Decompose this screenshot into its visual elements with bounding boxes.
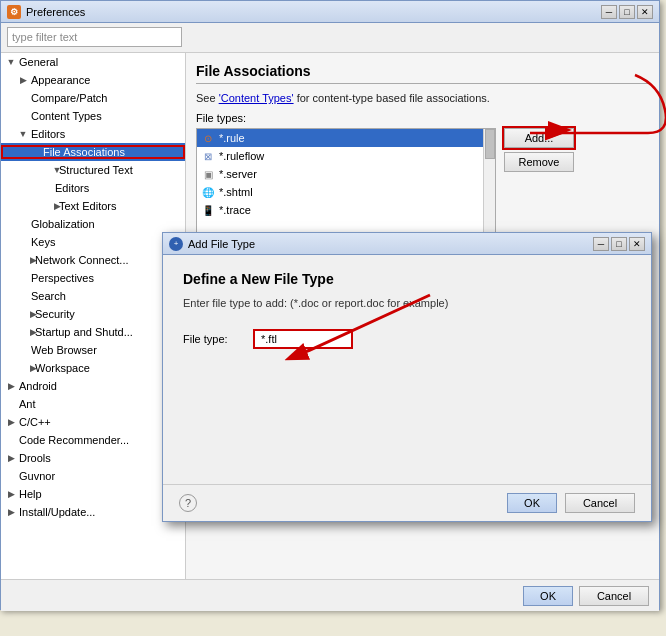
file-type-label: File type: bbox=[183, 333, 243, 345]
tree-item-editors[interactable]: ▼ Editors bbox=[1, 125, 185, 143]
modal-close-button[interactable]: ✕ bbox=[629, 237, 645, 251]
tree-item-android[interactable]: ▶ Android bbox=[1, 377, 185, 395]
tree-label-search: Search bbox=[29, 290, 66, 302]
tree-label-drools: Drools bbox=[17, 452, 51, 464]
tree-item-installupdate[interactable]: ▶ Install/Update... bbox=[1, 503, 185, 521]
tree-label-comparepatch: Compare/Patch bbox=[29, 92, 107, 104]
tree-label-perspectives: Perspectives bbox=[29, 272, 94, 284]
expand-structuredtext[interactable]: ▼ bbox=[29, 164, 57, 176]
tree-item-workspace[interactable]: ▶ Workspace bbox=[1, 359, 185, 377]
tree-item-contenttypes[interactable]: Content Types bbox=[1, 107, 185, 125]
tree-item-guvnor[interactable]: Guvnor bbox=[1, 467, 185, 485]
expand-startup[interactable]: ▶ bbox=[17, 326, 33, 338]
cancel-button[interactable]: Cancel bbox=[579, 586, 649, 606]
filter-input[interactable] bbox=[7, 27, 182, 47]
expand-general[interactable]: ▼ bbox=[5, 56, 17, 68]
file-name-server: *.server bbox=[219, 168, 257, 180]
tree-label-general: General bbox=[17, 56, 58, 68]
modal-ok-button[interactable]: OK bbox=[507, 493, 557, 513]
tree-item-networkconnections[interactable]: ▶ Network Connect... bbox=[1, 251, 185, 269]
title-bar: ⚙ Preferences ─ □ ✕ bbox=[1, 1, 659, 23]
file-name-shtml: *.shtml bbox=[219, 186, 253, 198]
expand-drools[interactable]: ▶ bbox=[5, 452, 17, 464]
modal-content: Define a New File Type Enter file type t… bbox=[163, 255, 651, 385]
tree-item-comparepatch[interactable]: Compare/Patch bbox=[1, 89, 185, 107]
tree-label-webbrowser: Web Browser bbox=[29, 344, 97, 356]
content-types-link[interactable]: 'Content Types' bbox=[219, 92, 294, 104]
modal-icon: + bbox=[169, 237, 183, 251]
add-button[interactable]: Add... bbox=[504, 128, 574, 148]
tree-label-texteditors: Text Editors bbox=[57, 200, 116, 212]
expand-cpp[interactable]: ▶ bbox=[5, 416, 17, 428]
tree-label-help: Help bbox=[17, 488, 42, 500]
tree-item-drools[interactable]: ▶ Drools bbox=[1, 449, 185, 467]
tree-item-texteditors[interactable]: ▶ Text Editors bbox=[1, 197, 185, 215]
modal-cancel-button[interactable]: Cancel bbox=[565, 493, 635, 513]
tree-item-globalization[interactable]: Globalization bbox=[1, 215, 185, 233]
tree-label-keys: Keys bbox=[29, 236, 55, 248]
ok-button[interactable]: OK bbox=[523, 586, 573, 606]
tree-item-structuredtext[interactable]: ▼ Structured Text bbox=[1, 161, 185, 179]
ruleflow-icon: ⊠ bbox=[201, 149, 215, 163]
minimize-button[interactable]: ─ bbox=[601, 5, 617, 19]
file-name-ruleflow: *.ruleflow bbox=[219, 150, 264, 162]
tree-item-search[interactable]: Search bbox=[1, 287, 185, 305]
tree-label-editors: Editors bbox=[29, 128, 65, 140]
tree-label-appearance: Appearance bbox=[29, 74, 90, 86]
tree-label-structuredtext: Structured Text bbox=[57, 164, 133, 176]
tree-label-structuredtexteditors: Editors bbox=[53, 182, 89, 194]
modal-bottom: ? OK Cancel bbox=[163, 484, 651, 521]
tree-item-general[interactable]: ▼ General bbox=[1, 53, 185, 71]
file-type-input[interactable] bbox=[253, 329, 353, 349]
expand-security[interactable]: ▶ bbox=[17, 308, 33, 320]
modal-title-bar: + Add File Type ─ □ ✕ bbox=[163, 233, 651, 255]
panel-title: File Associations bbox=[196, 63, 649, 84]
filter-bar bbox=[1, 23, 659, 53]
tree-item-webbrowser[interactable]: Web Browser bbox=[1, 341, 185, 359]
tree-item-structuredtexteditors[interactable]: Editors bbox=[1, 179, 185, 197]
maximize-button[interactable]: □ bbox=[619, 5, 635, 19]
tree-label-networkconnections: Network Connect... bbox=[33, 254, 129, 266]
modal-minimize-button[interactable]: ─ bbox=[593, 237, 609, 251]
expand-android[interactable]: ▶ bbox=[5, 380, 17, 392]
window-icon: ⚙ bbox=[7, 5, 21, 19]
file-item-rule[interactable]: ⊙ *.rule bbox=[197, 129, 495, 147]
file-item-server[interactable]: ▣ *.server bbox=[197, 165, 495, 183]
modal-title: Add File Type bbox=[188, 238, 593, 250]
scrollbar-thumb[interactable] bbox=[485, 129, 495, 159]
remove-button[interactable]: Remove bbox=[504, 152, 574, 172]
help-button[interactable]: ? bbox=[179, 494, 197, 512]
expand-appearance[interactable]: ▶ bbox=[17, 74, 29, 86]
file-item-trace[interactable]: 📱 *.trace bbox=[197, 201, 495, 219]
close-button[interactable]: ✕ bbox=[637, 5, 653, 19]
file-item-ruleflow[interactable]: ⊠ *.ruleflow bbox=[197, 147, 495, 165]
file-name-rule: *.rule bbox=[219, 132, 245, 144]
trace-icon: 📱 bbox=[201, 203, 215, 217]
tree-item-security[interactable]: ▶ Security bbox=[1, 305, 185, 323]
tree-item-perspectives[interactable]: Perspectives bbox=[1, 269, 185, 287]
file-item-shtml[interactable]: 🌐 *.shtml bbox=[197, 183, 495, 201]
tree-item-cpp[interactable]: ▶ C/C++ bbox=[1, 413, 185, 431]
tree-item-startup[interactable]: ▶ Startup and Shutd... bbox=[1, 323, 185, 341]
expand-installupdate[interactable]: ▶ bbox=[5, 506, 17, 518]
tree-item-ant[interactable]: Ant bbox=[1, 395, 185, 413]
modal-title-buttons: ─ □ ✕ bbox=[593, 237, 645, 251]
tree-item-keys[interactable]: Keys bbox=[1, 233, 185, 251]
tree-item-appearance[interactable]: ▶ Appearance bbox=[1, 71, 185, 89]
expand-workspace[interactable]: ▶ bbox=[17, 362, 33, 374]
bottom-bar: OK Cancel bbox=[1, 579, 659, 611]
expand-network[interactable]: ▶ bbox=[17, 254, 33, 266]
expand-editors[interactable]: ▼ bbox=[17, 128, 29, 140]
tree-panel: ▼ General ▶ Appearance Compare/Patch bbox=[1, 53, 186, 579]
tree-label-ant: Ant bbox=[17, 398, 36, 410]
expand-help[interactable]: ▶ bbox=[5, 488, 17, 500]
tree-item-coderecommender[interactable]: Code Recommender... bbox=[1, 431, 185, 449]
tree-label-workspace: Workspace bbox=[33, 362, 90, 374]
add-file-type-dialog: + Add File Type ─ □ ✕ Define a New File … bbox=[162, 232, 652, 522]
tree-item-help[interactable]: ▶ Help bbox=[1, 485, 185, 503]
tree-label-cpp: C/C++ bbox=[17, 416, 51, 428]
tree-label-android: Android bbox=[17, 380, 57, 392]
expand-texteditors[interactable]: ▶ bbox=[29, 200, 57, 212]
modal-maximize-button[interactable]: □ bbox=[611, 237, 627, 251]
tree-item-fileassociations[interactable]: File Associations bbox=[1, 143, 185, 161]
